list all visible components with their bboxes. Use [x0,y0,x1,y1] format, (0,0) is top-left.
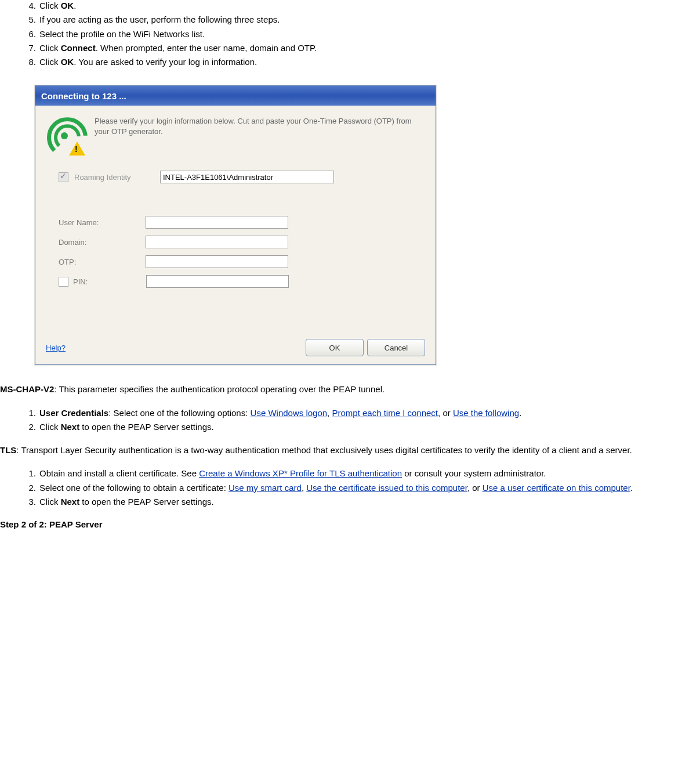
use-the-following-link[interactable]: Use the following [453,408,519,418]
step-6: 6. Select the profile on the WiFi Networ… [22,28,700,40]
dialog-figure: Connecting to 123 ... Please verify your… [35,85,700,365]
dialog-titlebar: Connecting to 123 ... [35,86,436,106]
roaming-identity-checkbox[interactable] [59,172,68,182]
tls-step-2: 2. Select one of the following to obtain… [22,482,700,494]
create-xp-profile-link[interactable]: Create a Windows XP* Profile for TLS aut… [199,468,402,478]
use-windows-logon-link[interactable]: Use Windows logon [251,408,328,418]
step-number: 8. [22,56,36,68]
step-text-bold: OK [61,57,74,67]
tls-step-3: 3. Click Next to open the PEAP Server se… [22,496,700,508]
use-user-cert-link[interactable]: Use a user certificate on this computer [483,483,630,493]
step-text-post: to open the PEAP Server settings. [79,422,214,432]
step-8: 8. Click OK. You are asked to verify you… [22,56,700,68]
username-input[interactable] [146,216,288,229]
roaming-identity-row: Roaming Identity [59,171,425,183]
step-number: 1. [22,468,36,479]
step-text-a: Obtain and install a client certificate.… [39,468,199,478]
step-number: 2. [22,482,36,494]
step-number: 4. [22,0,36,12]
step-text-pre: Click [39,43,61,53]
mschap-steps-list: 1. User Credentials: Select one of the f… [22,407,700,433]
otp-row: OTP: [59,255,425,268]
step-text-post: . [74,1,76,10]
step-text-b: or consult your system administrator. [402,468,546,478]
step-text-post: to open the PEAP Server settings. [79,497,214,507]
tls-step-1: 1. Obtain and install a client certifica… [22,468,700,479]
dialog-title: Connecting to 123 ... [41,91,126,101]
step-text-bold: Next [61,422,80,432]
cancel-button[interactable]: Cancel [367,339,425,356]
step-number: 2. [22,421,36,433]
dialog-intro-text: Please verify your login information bel… [95,116,425,137]
step-text-pre: Click [39,497,61,507]
sep: , [302,483,306,493]
step-text-post: . When prompted, enter the user name, do… [96,43,317,53]
wifi-warning-icon [46,116,83,153]
sep: , or [467,483,483,493]
step-text-post: . You are asked to verify your log in in… [74,57,257,67]
pin-input[interactable] [146,275,289,288]
step-number: 6. [22,28,36,40]
end: . [519,408,521,418]
tls-desc: : Transport Layer Security authenticatio… [16,445,632,455]
end: . [630,483,633,493]
pin-row: PIN: [59,275,425,288]
step-7: 7. Click Connect. When prompted, enter t… [22,42,700,54]
use-smart-card-link[interactable]: Use my smart card [229,483,302,493]
tls-paragraph: TLS: Transport Layer Security authentica… [0,444,700,456]
step-number: 3. [22,496,36,508]
step-number: 1. [22,407,36,419]
step-4: 4. Click OK. [22,0,700,12]
step-number: 7. [22,42,36,54]
username-row: User Name: [59,216,425,229]
mschap-label: MS-CHAP-V2 [0,384,54,394]
mschap-desc: : This parameter specifies the authentic… [54,384,385,394]
step2-heading: Step 2 of 2: PEAP Server [0,519,700,529]
user-credentials-label: User Credentials [39,408,108,418]
roaming-identity-input[interactable] [160,171,334,183]
top-steps-list: 4. Click OK. 5. If you are acting as the… [22,0,700,68]
step-text-pre: Click [39,1,61,10]
step-5: 5. If you are acting as the user, perfor… [22,14,700,26]
domain-input[interactable] [146,236,288,248]
sep: , or [438,408,453,418]
otp-label: OTP: [59,258,146,266]
mschap-paragraph: MS-CHAP-V2: This parameter specifies the… [0,384,700,395]
connecting-dialog: Connecting to 123 ... Please verify your… [35,85,436,365]
domain-label: Domain: [59,238,146,247]
username-label: User Name: [59,218,146,227]
pin-checkbox[interactable] [59,277,68,287]
mschap-step-1: 1. User Credentials: Select one of the f… [22,407,700,419]
step-text-bold: Connect [61,43,96,53]
tls-steps-list: 1. Obtain and install a client certifica… [22,468,700,508]
help-link[interactable]: Help? [46,344,66,352]
domain-row: Domain: [59,236,425,248]
step-text: : Select one of the following options: [108,408,250,418]
step-text-pre: Click [39,422,61,432]
tls-label: TLS [0,445,16,455]
otp-input[interactable] [146,255,288,268]
step-text-a: Select one of the following to obtain a … [39,483,229,493]
use-cert-issued-link[interactable]: Use the certificate issued to this compu… [306,483,467,493]
step-text: Select the profile on the WiFi Networks … [39,29,205,39]
step-number: 5. [22,14,36,26]
roaming-identity-label: Roaming Identity [74,173,160,182]
step-text-bold: Next [61,497,80,507]
mschap-step-2: 2. Click Next to open the PEAP Server se… [22,421,700,433]
step-text-bold: OK [61,1,74,10]
prompt-each-time-link[interactable]: Prompt each time I connect [332,408,438,418]
step-text: If you are acting as the user, perform t… [39,15,280,24]
pin-label: PIN: [73,277,146,286]
step-text-pre: Click [39,57,61,67]
ok-button[interactable]: OK [306,339,364,356]
